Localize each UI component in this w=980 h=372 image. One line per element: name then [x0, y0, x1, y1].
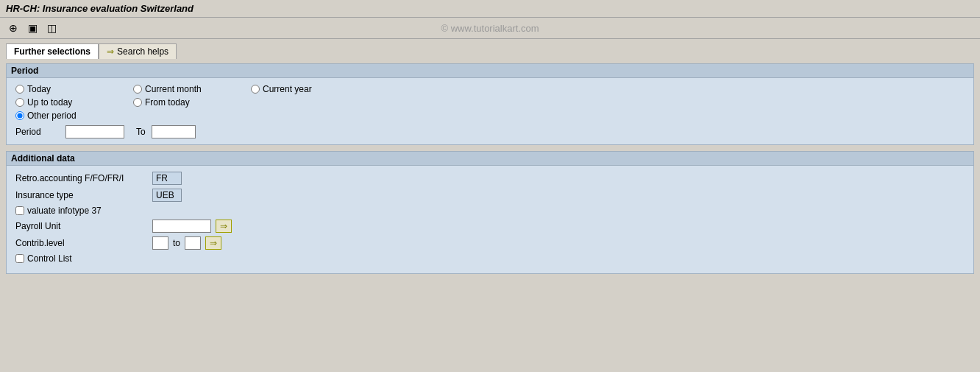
period-field-label: Period	[15, 127, 60, 137]
navigate-icon[interactable]: ⊕	[6, 21, 21, 35]
other-period-option[interactable]: Other period	[15, 110, 133, 121]
retro-label: Retro.accounting F/FO/FR/I	[15, 173, 148, 183]
control-list-label: Control List	[27, 253, 72, 264]
page-title: HR-CH: Insurance evaluation Switzerland	[6, 3, 193, 14]
other-period-radio[interactable]	[15, 111, 24, 120]
valuate-label: valuate infotype 37	[27, 206, 102, 216]
current-year-label: Current year	[263, 84, 312, 94]
current-month-label: Current month	[145, 84, 202, 94]
control-list-row[interactable]: Control List	[15, 253, 965, 264]
valuate-checkbox[interactable]	[15, 206, 24, 215]
up-to-today-option[interactable]: Up to today	[15, 97, 133, 108]
title-bar: HR-CH: Insurance evaluation Switzerland	[0, 0, 980, 18]
payroll-search-button[interactable]: ⇒	[216, 220, 232, 233]
from-today-radio[interactable]	[133, 98, 142, 107]
insurance-value: UEB	[152, 189, 182, 202]
today-radio[interactable]	[15, 85, 24, 94]
insurance-row: Insurance type UEB	[15, 189, 965, 202]
watermark: © www.tutorialkart.com	[441, 23, 539, 34]
contrib-row: Contrib.level to ⇒	[15, 236, 965, 250]
additional-header: Additional data	[7, 152, 973, 166]
period-from-input[interactable]	[65, 125, 124, 138]
up-to-today-radio[interactable]	[15, 98, 24, 107]
current-year-option[interactable]: Current year	[251, 84, 369, 94]
current-year-radio[interactable]	[251, 85, 260, 94]
today-option[interactable]: Today	[15, 84, 133, 94]
search-helps-arrow-icon: ⇒	[107, 46, 114, 57]
payroll-input[interactable]	[152, 220, 211, 233]
retro-value: FR	[152, 172, 182, 185]
tab-bar: Further selections ⇒ Search helps	[0, 39, 980, 59]
period-input-row: Period To	[15, 125, 965, 138]
payroll-label: Payroll Unit	[15, 221, 148, 231]
contrib-from-input[interactable]	[152, 236, 168, 250]
period-body: Today Current month Current year Up to t…	[7, 78, 973, 144]
today-label: Today	[27, 84, 51, 94]
insurance-label: Insurance type	[15, 190, 148, 200]
content-area: Period Today Current month Current year …	[0, 59, 980, 284]
payroll-row: Payroll Unit ⇒	[15, 220, 965, 233]
up-to-today-label: Up to today	[27, 97, 72, 108]
other-period-label: Other period	[27, 110, 77, 121]
additional-body: Retro.accounting F/FO/FR/I FR Insurance …	[7, 166, 973, 273]
current-month-radio[interactable]	[133, 85, 142, 94]
toolbar: ⊕ ▣ ◫ © www.tutorialkart.com	[0, 18, 980, 39]
search-helps-label: Search helps	[117, 46, 168, 57]
control-list-checkbox[interactable]	[15, 254, 24, 263]
tab-further-selections[interactable]: Further selections	[6, 43, 99, 59]
from-today-option[interactable]: From today	[133, 97, 251, 108]
period-section: Period Today Current month Current year …	[6, 63, 974, 145]
contrib-to-input[interactable]	[185, 236, 201, 250]
info-icon[interactable]: ▣	[25, 21, 40, 35]
contrib-label: Contrib.level	[15, 238, 148, 248]
period-header: Period	[7, 64, 973, 78]
current-month-option[interactable]: Current month	[133, 84, 251, 94]
layout-icon[interactable]: ◫	[44, 21, 59, 35]
period-radio-group: Today Current month Current year Up to t…	[15, 84, 965, 121]
additional-section: Additional data Retro.accounting F/FO/FR…	[6, 151, 974, 274]
contrib-to-label: to	[173, 238, 180, 248]
further-selections-label: Further selections	[14, 46, 90, 57]
from-today-label: From today	[145, 97, 190, 108]
valuate-row[interactable]: valuate infotype 37	[15, 206, 965, 216]
tab-search-helps[interactable]: ⇒ Search helps	[99, 43, 177, 59]
period-to-input[interactable]	[152, 125, 196, 138]
retro-row: Retro.accounting F/FO/FR/I FR	[15, 172, 965, 185]
to-label: To	[136, 127, 146, 137]
contrib-search-button[interactable]: ⇒	[205, 236, 221, 250]
